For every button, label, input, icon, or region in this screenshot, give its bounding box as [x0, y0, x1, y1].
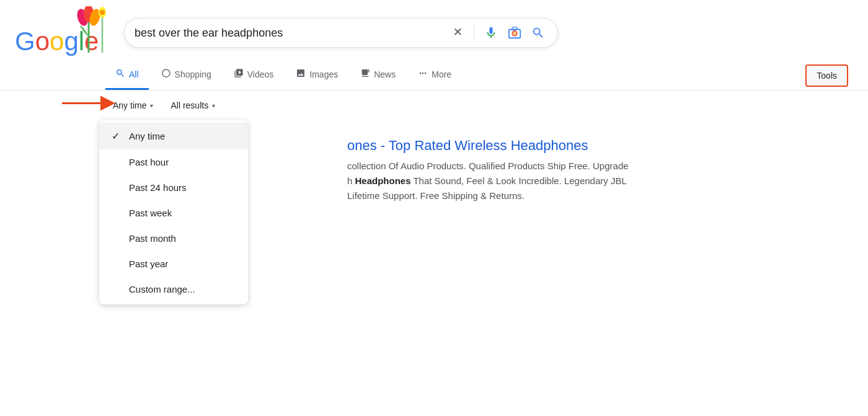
clear-button[interactable]	[449, 24, 466, 42]
tab-news[interactable]: News	[350, 61, 405, 90]
dropdown-item-past-24-hours-label: Past 24 hours	[129, 182, 187, 193]
header: Google best over the ear headphones	[0, 0, 868, 61]
mic-button[interactable]	[482, 24, 500, 42]
videos-icon	[234, 68, 244, 81]
search-submit-icon	[531, 26, 545, 40]
dropdown-item-past-year-label: Past year	[129, 259, 168, 269]
dropdown-item-past-week-label: Past week	[129, 208, 172, 218]
tab-news-label: News	[374, 69, 396, 79]
result-title[interactable]: ones - Top Rated Wireless Headphones	[347, 138, 868, 154]
tab-videos[interactable]: Videos	[224, 61, 284, 90]
dropdown-item-any-time[interactable]: ✓ Any time	[99, 123, 248, 149]
result-desc-line3: Lifetime Support. Free Shipping & Return…	[347, 190, 525, 201]
dropdown-item-past-24-hours[interactable]: Past 24 hours	[99, 175, 248, 200]
mic-icon	[484, 26, 498, 40]
all-search-icon	[115, 68, 125, 81]
tab-shopping-label: Shopping	[175, 69, 211, 79]
logo-area: Google	[15, 11, 114, 55]
svg-point-10	[513, 32, 516, 35]
dropdown-item-past-hour-label: Past hour	[129, 157, 169, 167]
images-icon	[296, 68, 306, 81]
tab-more[interactable]: More	[408, 61, 461, 90]
tab-more-label: More	[432, 69, 451, 79]
news-icon	[360, 68, 370, 81]
dropdown-item-past-year[interactable]: Past year	[99, 251, 248, 277]
search-bar: best over the ear headphones	[124, 18, 558, 48]
search-query[interactable]: best over the ear headphones	[135, 27, 444, 40]
dropdown-item-custom-range[interactable]: Custom range...	[99, 277, 248, 302]
shopping-icon	[161, 68, 171, 81]
time-chevron-icon: ▾	[150, 102, 153, 109]
tools-button-wrapper: Tools	[805, 64, 853, 87]
results-filter-button[interactable]: All results ▾	[163, 95, 223, 115]
checkmark-icon: ✓	[112, 130, 122, 142]
dropdown-item-past-month-label: Past month	[129, 233, 176, 244]
search-submit-button[interactable]	[529, 24, 547, 42]
dropdown-item-any-time-label: Any time	[129, 131, 165, 141]
tab-shopping[interactable]: Shopping	[151, 61, 221, 90]
more-icon	[418, 68, 428, 81]
filter-bar: Any time ▾ All results ▾ ✓ Any time Past…	[0, 91, 868, 120]
google-logo: Google	[15, 11, 99, 55]
time-filter-label: Any time	[113, 100, 146, 110]
tab-videos-label: Videos	[247, 69, 274, 79]
dropdown-item-past-hour[interactable]: Past hour	[99, 149, 248, 175]
result-desc-line1: collection Of Audio Products. Qualified …	[347, 161, 629, 171]
flower-decoration	[70, 6, 107, 53]
camera-button[interactable]	[505, 24, 524, 42]
results-filter-label: All results	[170, 100, 208, 110]
svg-rect-8	[512, 27, 516, 30]
time-dropdown-menu: ✓ Any time Past hour Past 24 hours Past …	[99, 120, 248, 304]
tab-all-label: All	[129, 69, 139, 79]
search-bar-wrapper: best over the ear headphones	[124, 18, 558, 48]
dropdown-item-past-week[interactable]: Past week	[99, 200, 248, 226]
search-divider	[474, 24, 474, 42]
results-chevron-icon: ▾	[212, 102, 215, 109]
tools-button[interactable]: Tools	[805, 64, 848, 87]
tab-all[interactable]: All	[105, 61, 149, 90]
result-description: collection Of Audio Products. Qualified …	[347, 159, 719, 203]
svg-point-6	[100, 10, 105, 15]
result-desc-line2-prefix: h	[347, 175, 355, 186]
tab-images[interactable]: Images	[286, 61, 348, 90]
camera-icon	[508, 26, 521, 40]
clear-icon	[451, 27, 464, 39]
result-desc-line2-suffix: That Sound, Feel & Look Incredible. Lege…	[411, 175, 627, 186]
tab-images-label: Images	[309, 69, 338, 79]
red-arrow-indicator	[62, 95, 118, 117]
nav-tabs: All Shopping Videos Images News More Too…	[0, 61, 868, 91]
result-desc-bold: Headphones	[355, 175, 411, 186]
dropdown-item-past-month[interactable]: Past month	[99, 226, 248, 251]
dropdown-item-custom-range-label: Custom range...	[129, 284, 195, 294]
